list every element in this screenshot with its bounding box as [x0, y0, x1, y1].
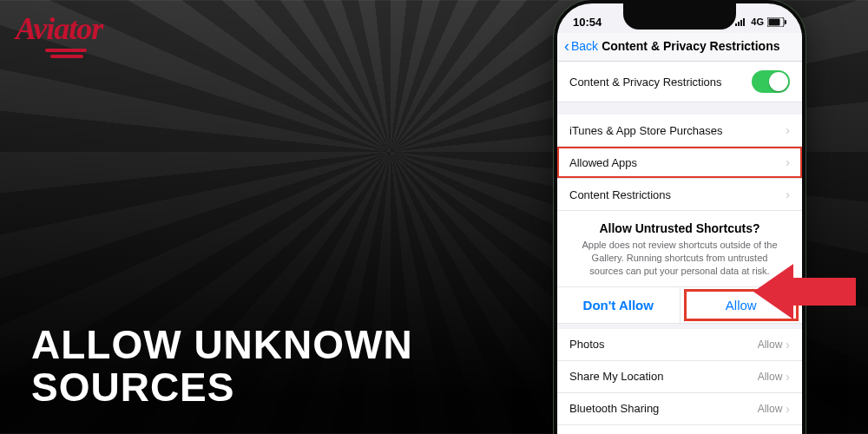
settings-row[interactable]: iTunes & App Store Purchases›: [557, 115, 802, 147]
arrow-callout-icon: [753, 257, 858, 330]
dialog-title: Allow Untrusted Shortcuts?: [571, 221, 788, 235]
back-label: Back: [571, 39, 598, 53]
chevron-right-icon: ›: [786, 155, 790, 169]
row-label: Content Restrictions: [569, 188, 671, 201]
chevron-right-icon: ›: [786, 123, 790, 137]
iphone-mockup: 10:54 4G ‹ Back Content & Privacy Restri…: [554, 0, 806, 434]
network-label: 4G: [751, 16, 764, 27]
row-label: Photos: [569, 338, 604, 351]
headline-line-2: SOURCES: [31, 366, 413, 410]
aviator-wordmark: Aviator: [16, 10, 102, 47]
row-value: Allow: [758, 403, 783, 415]
back-button[interactable]: ‹ Back: [564, 38, 598, 54]
chevron-right-icon: ›: [786, 187, 790, 201]
master-toggle-row: Content & Privacy Restrictions: [557, 62, 802, 102]
row-label: Bluetooth Sharing: [569, 402, 659, 415]
row-value: Allow: [758, 371, 783, 383]
settings-row[interactable]: Share My LocationAllow›: [557, 361, 802, 393]
chevron-right-icon: ›: [786, 402, 790, 416]
chevron-right-icon: ›: [786, 338, 790, 352]
battery-icon: [767, 17, 786, 27]
svg-rect-2: [740, 20, 742, 26]
headline: ALLOW UNKNOWN SOURCES: [31, 324, 413, 410]
signal-icon: [735, 17, 747, 26]
headline-line-1: ALLOW UNKNOWN: [31, 324, 413, 367]
chevron-right-icon: ›: [786, 370, 790, 384]
master-toggle-switch[interactable]: [752, 70, 790, 93]
svg-marker-7: [753, 264, 856, 319]
settings-row[interactable]: Allowed Apps›: [557, 147, 802, 179]
nav-bar: ‹ Back Content & Privacy Restrictions: [557, 33, 802, 62]
settings-row[interactable]: PhotosAllow›: [557, 329, 802, 361]
svg-rect-6: [785, 20, 786, 24]
row-label: iTunes & App Store Purchases: [569, 124, 723, 137]
svg-rect-5: [769, 18, 780, 25]
master-toggle-label: Content & Privacy Restrictions: [569, 76, 722, 89]
svg-rect-0: [735, 23, 737, 26]
chevron-left-icon: ‹: [564, 38, 569, 54]
svg-rect-1: [738, 22, 740, 26]
settings-row[interactable]: MicrophoneAllow›: [557, 425, 802, 434]
status-time: 10:54: [573, 16, 602, 29]
row-label: Share My Location: [569, 370, 663, 383]
settings-row[interactable]: Content Restrictions›: [557, 179, 802, 211]
row-label: Allowed Apps: [569, 156, 637, 169]
phone-notch: [623, 3, 736, 30]
row-value: Allow: [758, 339, 783, 351]
aviator-logo: Aviator: [16, 10, 102, 58]
dont-allow-button[interactable]: Don't Allow: [557, 287, 680, 323]
svg-rect-3: [743, 18, 745, 26]
settings-row[interactable]: Bluetooth SharingAllow›: [557, 393, 802, 425]
nav-title: Content & Privacy Restrictions: [598, 39, 795, 53]
